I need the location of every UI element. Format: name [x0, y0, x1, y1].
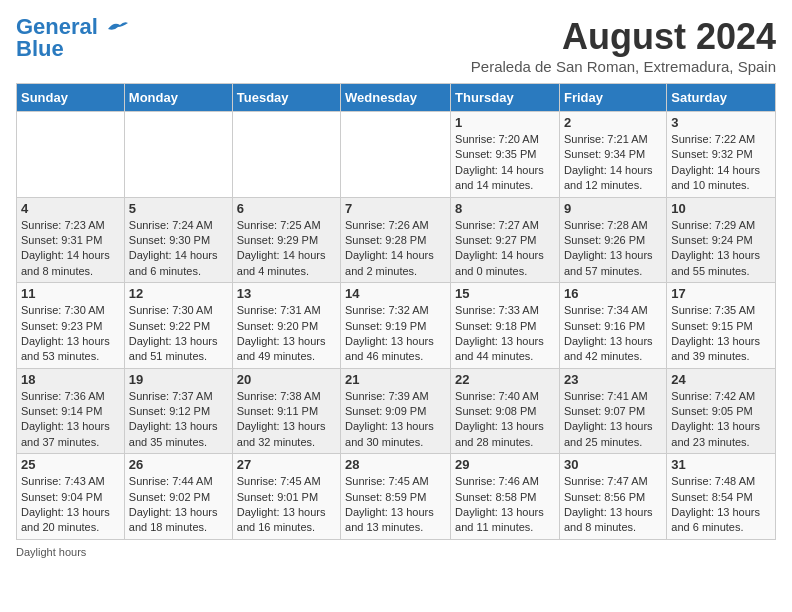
day-number: 8	[455, 201, 555, 216]
day-number: 10	[671, 201, 771, 216]
day-number: 23	[564, 372, 662, 387]
day-cell: 6Sunrise: 7:25 AM Sunset: 9:29 PM Daylig…	[232, 197, 340, 283]
day-info: Sunrise: 7:20 AM Sunset: 9:35 PM Dayligh…	[455, 132, 555, 194]
day-cell	[341, 112, 451, 198]
day-info: Sunrise: 7:28 AM Sunset: 9:26 PM Dayligh…	[564, 218, 662, 280]
day-cell: 2Sunrise: 7:21 AM Sunset: 9:34 PM Daylig…	[559, 112, 666, 198]
col-header-wednesday: Wednesday	[341, 84, 451, 112]
day-info: Sunrise: 7:43 AM Sunset: 9:04 PM Dayligh…	[21, 474, 120, 536]
day-info: Sunrise: 7:45 AM Sunset: 9:01 PM Dayligh…	[237, 474, 336, 536]
day-cell: 20Sunrise: 7:38 AM Sunset: 9:11 PM Dayli…	[232, 368, 340, 454]
col-header-thursday: Thursday	[451, 84, 560, 112]
day-info: Sunrise: 7:37 AM Sunset: 9:12 PM Dayligh…	[129, 389, 228, 451]
day-number: 3	[671, 115, 771, 130]
calendar-table: SundayMondayTuesdayWednesdayThursdayFrid…	[16, 83, 776, 540]
week-row-5: 25Sunrise: 7:43 AM Sunset: 9:04 PM Dayli…	[17, 454, 776, 540]
day-number: 19	[129, 372, 228, 387]
day-number: 27	[237, 457, 336, 472]
day-cell: 11Sunrise: 7:30 AM Sunset: 9:23 PM Dayli…	[17, 283, 125, 369]
day-number: 28	[345, 457, 446, 472]
day-info: Sunrise: 7:26 AM Sunset: 9:28 PM Dayligh…	[345, 218, 446, 280]
week-row-4: 18Sunrise: 7:36 AM Sunset: 9:14 PM Dayli…	[17, 368, 776, 454]
day-cell: 22Sunrise: 7:40 AM Sunset: 9:08 PM Dayli…	[451, 368, 560, 454]
day-number: 26	[129, 457, 228, 472]
day-info: Sunrise: 7:34 AM Sunset: 9:16 PM Dayligh…	[564, 303, 662, 365]
day-number: 24	[671, 372, 771, 387]
day-number: 21	[345, 372, 446, 387]
day-number: 12	[129, 286, 228, 301]
day-info: Sunrise: 7:23 AM Sunset: 9:31 PM Dayligh…	[21, 218, 120, 280]
day-cell: 29Sunrise: 7:46 AM Sunset: 8:58 PM Dayli…	[451, 454, 560, 540]
day-info: Sunrise: 7:40 AM Sunset: 9:08 PM Dayligh…	[455, 389, 555, 451]
day-info: Sunrise: 7:47 AM Sunset: 8:56 PM Dayligh…	[564, 474, 662, 536]
location-subtitle: Peraleda de San Roman, Extremadura, Spai…	[471, 58, 776, 75]
day-info: Sunrise: 7:38 AM Sunset: 9:11 PM Dayligh…	[237, 389, 336, 451]
day-info: Sunrise: 7:41 AM Sunset: 9:07 PM Dayligh…	[564, 389, 662, 451]
day-number: 30	[564, 457, 662, 472]
day-cell: 30Sunrise: 7:47 AM Sunset: 8:56 PM Dayli…	[559, 454, 666, 540]
daylight-hours-label: Daylight hours	[16, 546, 86, 558]
day-info: Sunrise: 7:30 AM Sunset: 9:23 PM Dayligh…	[21, 303, 120, 365]
day-cell: 24Sunrise: 7:42 AM Sunset: 9:05 PM Dayli…	[667, 368, 776, 454]
col-header-sunday: Sunday	[17, 84, 125, 112]
day-cell: 15Sunrise: 7:33 AM Sunset: 9:18 PM Dayli…	[451, 283, 560, 369]
day-info: Sunrise: 7:22 AM Sunset: 9:32 PM Dayligh…	[671, 132, 771, 194]
col-header-saturday: Saturday	[667, 84, 776, 112]
day-cell: 3Sunrise: 7:22 AM Sunset: 9:32 PM Daylig…	[667, 112, 776, 198]
day-cell: 12Sunrise: 7:30 AM Sunset: 9:22 PM Dayli…	[124, 283, 232, 369]
logo: General Blue	[16, 16, 128, 60]
day-number: 17	[671, 286, 771, 301]
day-cell: 4Sunrise: 7:23 AM Sunset: 9:31 PM Daylig…	[17, 197, 125, 283]
day-info: Sunrise: 7:42 AM Sunset: 9:05 PM Dayligh…	[671, 389, 771, 451]
month-year-title: August 2024	[471, 16, 776, 58]
day-info: Sunrise: 7:29 AM Sunset: 9:24 PM Dayligh…	[671, 218, 771, 280]
header: General Blue August 2024 Peraleda de San…	[16, 16, 776, 75]
day-cell: 8Sunrise: 7:27 AM Sunset: 9:27 PM Daylig…	[451, 197, 560, 283]
day-number: 1	[455, 115, 555, 130]
day-info: Sunrise: 7:33 AM Sunset: 9:18 PM Dayligh…	[455, 303, 555, 365]
week-row-3: 11Sunrise: 7:30 AM Sunset: 9:23 PM Dayli…	[17, 283, 776, 369]
day-cell	[232, 112, 340, 198]
day-number: 31	[671, 457, 771, 472]
logo-bird-icon	[106, 19, 128, 37]
day-cell: 16Sunrise: 7:34 AM Sunset: 9:16 PM Dayli…	[559, 283, 666, 369]
day-info: Sunrise: 7:36 AM Sunset: 9:14 PM Dayligh…	[21, 389, 120, 451]
day-number: 14	[345, 286, 446, 301]
col-header-monday: Monday	[124, 84, 232, 112]
day-number: 6	[237, 201, 336, 216]
day-number: 18	[21, 372, 120, 387]
logo-blue: Blue	[16, 38, 64, 60]
day-cell: 7Sunrise: 7:26 AM Sunset: 9:28 PM Daylig…	[341, 197, 451, 283]
calendar-header-row: SundayMondayTuesdayWednesdayThursdayFrid…	[17, 84, 776, 112]
day-number: 16	[564, 286, 662, 301]
day-number: 9	[564, 201, 662, 216]
day-info: Sunrise: 7:45 AM Sunset: 8:59 PM Dayligh…	[345, 474, 446, 536]
day-number: 2	[564, 115, 662, 130]
day-number: 22	[455, 372, 555, 387]
day-cell	[17, 112, 125, 198]
footer: Daylight hours	[16, 546, 776, 558]
day-number: 11	[21, 286, 120, 301]
day-number: 13	[237, 286, 336, 301]
day-cell: 1Sunrise: 7:20 AM Sunset: 9:35 PM Daylig…	[451, 112, 560, 198]
day-number: 7	[345, 201, 446, 216]
day-cell: 28Sunrise: 7:45 AM Sunset: 8:59 PM Dayli…	[341, 454, 451, 540]
day-cell: 26Sunrise: 7:44 AM Sunset: 9:02 PM Dayli…	[124, 454, 232, 540]
day-cell: 23Sunrise: 7:41 AM Sunset: 9:07 PM Dayli…	[559, 368, 666, 454]
day-info: Sunrise: 7:44 AM Sunset: 9:02 PM Dayligh…	[129, 474, 228, 536]
day-info: Sunrise: 7:31 AM Sunset: 9:20 PM Dayligh…	[237, 303, 336, 365]
week-row-1: 1Sunrise: 7:20 AM Sunset: 9:35 PM Daylig…	[17, 112, 776, 198]
day-number: 15	[455, 286, 555, 301]
day-info: Sunrise: 7:46 AM Sunset: 8:58 PM Dayligh…	[455, 474, 555, 536]
day-cell: 9Sunrise: 7:28 AM Sunset: 9:26 PM Daylig…	[559, 197, 666, 283]
day-info: Sunrise: 7:27 AM Sunset: 9:27 PM Dayligh…	[455, 218, 555, 280]
day-info: Sunrise: 7:32 AM Sunset: 9:19 PM Dayligh…	[345, 303, 446, 365]
day-info: Sunrise: 7:39 AM Sunset: 9:09 PM Dayligh…	[345, 389, 446, 451]
day-cell: 19Sunrise: 7:37 AM Sunset: 9:12 PM Dayli…	[124, 368, 232, 454]
day-number: 20	[237, 372, 336, 387]
day-info: Sunrise: 7:25 AM Sunset: 9:29 PM Dayligh…	[237, 218, 336, 280]
day-cell: 13Sunrise: 7:31 AM Sunset: 9:20 PM Dayli…	[232, 283, 340, 369]
day-info: Sunrise: 7:24 AM Sunset: 9:30 PM Dayligh…	[129, 218, 228, 280]
col-header-friday: Friday	[559, 84, 666, 112]
title-area: August 2024 Peraleda de San Roman, Extre…	[471, 16, 776, 75]
